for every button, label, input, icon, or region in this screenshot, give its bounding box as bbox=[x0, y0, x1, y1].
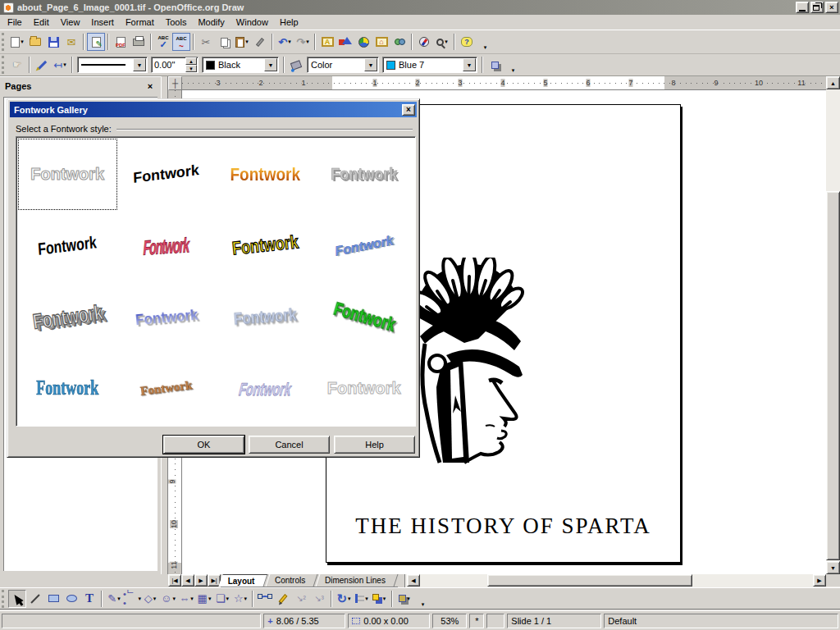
dialog-close-icon[interactable]: × bbox=[402, 104, 415, 116]
select-tool-icon[interactable] bbox=[8, 590, 26, 608]
fontwork-style-slant-blue[interactable]: Fontwork bbox=[315, 210, 414, 281]
insert-icon[interactable]: ▾ bbox=[395, 590, 413, 608]
glue-points-icon[interactable] bbox=[274, 590, 292, 608]
new-document-icon[interactable]: ▾ bbox=[8, 33, 26, 51]
navigator-icon[interactable] bbox=[415, 33, 433, 51]
block-arrows-icon[interactable]: ⇔▾ bbox=[177, 590, 195, 608]
fontwork-style-chevron-blue-serif[interactable]: Fontwork bbox=[18, 353, 117, 424]
menu-format[interactable]: Format bbox=[120, 16, 160, 29]
minimize-button[interactable] bbox=[796, 2, 809, 13]
toolbar-grip[interactable] bbox=[2, 590, 7, 608]
rectangle-tool-icon[interactable] bbox=[44, 590, 62, 608]
tab-layout[interactable]: Layout bbox=[219, 574, 268, 587]
chart-icon[interactable] bbox=[354, 33, 372, 51]
callouts-icon[interactable]: ❏▾ bbox=[213, 590, 231, 608]
alignment-icon[interactable]: ▾ bbox=[353, 590, 371, 608]
vertical-scrollbar[interactable]: ▲ ▼ bbox=[826, 76, 840, 574]
spellcheck-icon[interactable]: ABC✓ bbox=[154, 33, 172, 51]
help-icon[interactable]: ? bbox=[458, 33, 476, 51]
line-dialog-icon[interactable] bbox=[33, 56, 51, 74]
line-width-value[interactable]: 0.00" bbox=[152, 60, 185, 70]
cancel-button[interactable]: Cancel bbox=[249, 436, 330, 454]
menu-file[interactable]: File bbox=[2, 16, 28, 29]
arrange-icon[interactable]: ▾ bbox=[371, 590, 389, 608]
menu-tools[interactable]: Tools bbox=[160, 16, 193, 29]
fill-dialog-icon[interactable] bbox=[287, 56, 305, 74]
edit-points-toggle-icon[interactable]: ☛ bbox=[8, 56, 26, 74]
symbol-shapes-icon[interactable]: ☺▾ bbox=[159, 590, 177, 608]
close-button[interactable]: × bbox=[825, 2, 838, 13]
line-width-up-button[interactable]: ▲ bbox=[185, 57, 197, 65]
line-color-combo[interactable]: Black ▼ bbox=[202, 57, 279, 73]
line-width-spinner[interactable]: 0.00" ▲▼ bbox=[151, 57, 199, 73]
menu-modify[interactable]: Modify bbox=[192, 16, 230, 29]
pages-panel-close-icon[interactable]: × bbox=[144, 81, 156, 91]
arrow-style-icon[interactable]: ↤▾ bbox=[51, 56, 69, 74]
stars-icon[interactable]: ☆▾ bbox=[231, 590, 249, 608]
zoom-icon[interactable]: ▾ bbox=[433, 33, 451, 51]
paste-icon[interactable]: ▾ bbox=[233, 33, 251, 51]
flowcharts-icon[interactable]: ▦▾ bbox=[195, 590, 213, 608]
from-file-icon[interactable]: ⌂ bbox=[372, 33, 390, 51]
fontwork-style-perspective-crimson[interactable]: Fontwork bbox=[117, 210, 217, 281]
fontwork-style-arch-blue[interactable]: Fontwork bbox=[117, 281, 217, 353]
toolbar-grip[interactable] bbox=[2, 33, 7, 51]
toolbar-overflow-icon[interactable]: ▾ bbox=[476, 33, 494, 51]
line-width-down-button[interactable]: ▼ bbox=[185, 65, 197, 72]
first-tab-icon[interactable]: |◀ bbox=[168, 574, 181, 587]
line-color-dropdown-button[interactable]: ▼ bbox=[264, 58, 277, 71]
print-icon[interactable] bbox=[130, 33, 148, 51]
fontwork-style-curve-green[interactable]: Fontwork bbox=[315, 281, 414, 353]
fill-color-combo[interactable]: Blue 7 ▼ bbox=[382, 57, 477, 73]
fontwork-gallery-icon[interactable]: A bbox=[318, 33, 336, 51]
status-zoom-field[interactable]: 53% bbox=[432, 614, 467, 628]
effects-icon-1[interactable]: ↘² bbox=[292, 590, 310, 608]
effects-icon-2[interactable]: ↘³ bbox=[310, 590, 328, 608]
page-title-textbox[interactable]: THE HISTORY OF SPARTA bbox=[326, 514, 680, 539]
fontwork-style-3d-silver[interactable]: Fontwork bbox=[18, 281, 117, 353]
fontwork-style-plain-gray[interactable]: Fontwork bbox=[315, 353, 414, 424]
restore-button[interactable] bbox=[810, 2, 824, 13]
fontwork-style-silver-shadow[interactable]: Fontwork bbox=[315, 139, 414, 210]
fill-type-dropdown-button[interactable]: ▼ bbox=[364, 58, 377, 71]
autospellcheck-icon[interactable]: ABC~ bbox=[172, 33, 190, 51]
scroll-left-icon[interactable]: ◀ bbox=[407, 574, 420, 587]
curve-tool-icon[interactable]: ✎▾ bbox=[105, 590, 123, 608]
help-button[interactable]: Help bbox=[334, 436, 415, 454]
tab-dimension-lines[interactable]: Dimension Lines bbox=[316, 574, 399, 587]
save-icon[interactable] bbox=[44, 33, 62, 51]
export-pdf-icon[interactable]: PDF bbox=[112, 33, 130, 51]
scroll-right-icon[interactable]: ▶ bbox=[813, 574, 826, 587]
edit-points-icon[interactable] bbox=[256, 590, 274, 608]
menu-insert[interactable]: Insert bbox=[85, 16, 120, 29]
hyperlink-icon[interactable] bbox=[390, 33, 409, 51]
text-tool-icon[interactable]: T bbox=[80, 590, 98, 608]
line-style-combo[interactable]: ▼ bbox=[77, 57, 148, 73]
horizontal-scrollbar[interactable]: ◀ ▶ bbox=[404, 574, 840, 587]
rotate-icon[interactable]: ↻▾ bbox=[335, 590, 353, 608]
fontwork-style-gradient-gold[interactable]: Fontwork bbox=[216, 139, 315, 210]
dialog-title-bar[interactable]: Fontwork Gallery × bbox=[10, 102, 417, 117]
status-style-field[interactable]: Default bbox=[604, 614, 838, 628]
redo-icon[interactable]: ↷▾ bbox=[294, 33, 312, 51]
tab-controls[interactable]: Controls bbox=[265, 574, 317, 587]
fontwork-style-slant-black[interactable]: Fontwork bbox=[18, 210, 117, 281]
menu-window[interactable]: Window bbox=[231, 16, 274, 29]
shapes-icon[interactable] bbox=[336, 33, 354, 51]
scroll-down-icon[interactable]: ▼ bbox=[826, 561, 840, 574]
toolbar-overflow-icon[interactable]: ▾ bbox=[413, 590, 431, 608]
send-email-icon[interactable]: ✉ bbox=[62, 33, 80, 51]
menu-edit[interactable]: Edit bbox=[28, 16, 55, 29]
prev-tab-icon[interactable]: ◀ bbox=[181, 574, 194, 587]
line-tool-icon[interactable] bbox=[26, 590, 44, 608]
line-style-dropdown-button[interactable]: ▼ bbox=[133, 58, 146, 71]
fontwork-style-plain-outline[interactable]: Fontwork bbox=[18, 139, 117, 210]
fontwork-style-wave-pale-blue[interactable]: Fontwork bbox=[216, 281, 315, 353]
basic-shapes-icon[interactable]: ◇▾ bbox=[141, 590, 159, 608]
next-tab-icon[interactable]: ▶ bbox=[194, 574, 208, 587]
fontwork-style-wave-yellow[interactable]: Fontwork bbox=[216, 210, 315, 281]
fill-color-dropdown-button[interactable]: ▼ bbox=[463, 58, 476, 71]
connector-tool-icon[interactable]: •ᄂ•▾ bbox=[123, 590, 141, 608]
fontwork-style-arch-orange-serif[interactable]: Fontwork bbox=[117, 353, 217, 424]
fontwork-style-perspective-lavender[interactable]: Fontwork bbox=[216, 353, 315, 424]
